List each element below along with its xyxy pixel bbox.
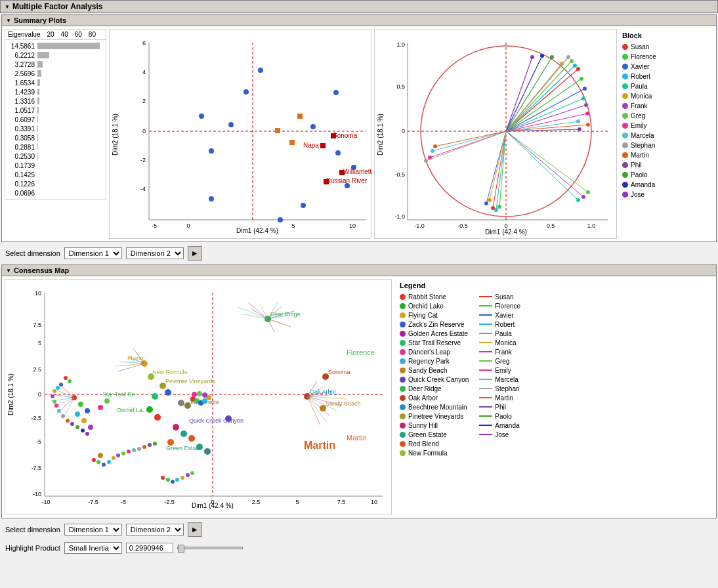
product-dot <box>400 368 406 373</box>
svg-point-157 <box>178 400 184 406</box>
consensus-legend-product: Green Estate <box>400 430 469 439</box>
svg-point-225 <box>70 422 74 426</box>
legend-dot <box>622 83 628 89</box>
consensus-legend-product: Rabbit Stone <box>400 292 469 301</box>
consensus-legend-product: Flying Cat <box>400 310 469 320</box>
svg-text:-10: -10 <box>41 499 50 505</box>
product-dot <box>400 413 406 419</box>
judge-line <box>479 360 492 362</box>
product-dot <box>400 303 406 309</box>
consensus-collapse-icon[interactable]: ▼ <box>6 268 11 274</box>
product-dot <box>400 331 406 337</box>
legend-dot <box>622 152 628 158</box>
product-label: Dancer's Leap <box>408 348 450 356</box>
svg-rect-16 <box>297 114 303 119</box>
svg-text:2.5: 2.5 <box>252 499 261 505</box>
eig-value: 1.6534 <box>8 79 37 87</box>
eigenvalue-rows: 14.58616.22123.27282.56961.65341.42391.3… <box>5 40 106 199</box>
product-dot <box>400 349 406 355</box>
svg-text:0: 0 <box>402 128 405 135</box>
collapse-icon[interactable]: ▼ <box>5 4 10 10</box>
eig-row: 3.2728 <box>8 60 103 69</box>
svg-point-36 <box>199 114 204 119</box>
eig-bar <box>37 89 39 95</box>
eig-bar-container <box>37 52 103 58</box>
product-dot <box>400 441 406 447</box>
svg-point-20 <box>301 203 306 208</box>
judge-line <box>479 333 492 334</box>
highlight-product-select[interactable]: Small Inertia Large Inertia <box>64 542 122 554</box>
judge-line <box>479 397 492 398</box>
eig-tick-40: 40 <box>61 31 68 38</box>
svg-point-247 <box>186 473 190 477</box>
eig-row: 1.6534 <box>8 78 103 87</box>
judge-line <box>479 296 492 297</box>
svg-point-72 <box>570 59 574 63</box>
svg-point-165 <box>188 435 195 442</box>
eig-bar-container <box>37 98 103 104</box>
svg-point-164 <box>180 430 187 437</box>
judge-label: Florence <box>495 303 520 310</box>
legend-item: Robert <box>622 72 656 81</box>
select-dim-label-2: Select dimension <box>5 526 60 534</box>
summary-collapse-icon[interactable]: ▼ <box>6 18 11 24</box>
dim2-select-2[interactable]: Dimension 2 Dimension 1 Dimension 3 <box>126 524 184 536</box>
svg-text:0: 0 <box>186 222 190 229</box>
svg-point-177 <box>104 398 110 404</box>
product-dot <box>400 312 406 318</box>
highlight-slider[interactable] <box>177 547 243 549</box>
svg-text:Quick Creek Canyon: Quick Creek Canyon <box>189 417 243 424</box>
eig-value: 0.3391 <box>8 125 37 133</box>
eig-value: 3.2728 <box>8 61 37 68</box>
svg-point-221 <box>54 404 58 408</box>
consensus-legend-judge: Emily <box>479 366 548 375</box>
svg-point-255 <box>197 391 202 396</box>
svg-text:5: 5 <box>291 222 295 229</box>
consensus-legend-product: Star Trail Reserve <box>400 338 469 347</box>
dim1-select-1[interactable]: Dimension 1 Dimension 2 Dimension 3 <box>64 247 122 259</box>
consensus-legend-judge: Marcela <box>479 375 548 384</box>
summary-plots-title-bar: ▼ Summary Plots <box>2 15 716 26</box>
eig-row: 0.6097 <box>8 115 103 124</box>
svg-point-172 <box>78 402 83 407</box>
svg-rect-17 <box>275 128 280 133</box>
product-dot <box>400 395 406 401</box>
eig-row: 0.0696 <box>8 188 103 198</box>
apply-dim-button-1[interactable]: ► <box>188 246 202 261</box>
consensus-map-svg: Dim1 (42.4 %) Dim2 (18.1 %) 10 7.5 5 2.5… <box>5 280 392 516</box>
legend-dot <box>622 172 628 178</box>
judge-line <box>479 305 492 306</box>
eig-value: 0.0696 <box>8 190 37 197</box>
svg-point-222 <box>57 409 61 413</box>
eig-value: 1.4239 <box>8 89 37 96</box>
eig-bar <box>37 125 38 132</box>
dim1-select-2[interactable]: Dimension 1 Dimension 2 Dimension 3 <box>64 524 122 536</box>
svg-rect-18 <box>289 140 295 145</box>
svg-text:0: 0 <box>38 391 41 398</box>
consensus-legend-judge: Paula <box>479 329 548 338</box>
svg-text:-1.0: -1.0 <box>394 213 405 220</box>
svg-text:7.5: 7.5 <box>33 322 41 328</box>
product-dot <box>400 450 406 456</box>
svg-text:-10: -10 <box>33 491 41 497</box>
product-dot <box>400 294 406 300</box>
svg-point-223 <box>61 414 65 418</box>
main-title-bar: ▼ Multiple Factor Analysis <box>0 0 718 13</box>
highlight-bar: Highlight Product Small Inertia Large In… <box>0 539 718 556</box>
select-dim-label-1: Select dimension <box>5 249 60 257</box>
judge-label: Marcela <box>495 376 518 383</box>
judge-line <box>479 369 492 371</box>
svg-text:-5: -5 <box>121 499 126 505</box>
svg-point-235 <box>121 452 125 455</box>
apply-dim-button-2[interactable]: ► <box>188 522 202 537</box>
eig-bar <box>37 144 38 150</box>
svg-text:Dim1 (42.4 %): Dim1 (42.4 %) <box>485 228 527 236</box>
judge-line <box>479 324 492 325</box>
consensus-legend-product: Deer Ridge <box>400 384 469 393</box>
dim2-select-1[interactable]: Dimension 2 Dimension 1 Dimension 3 <box>126 247 184 259</box>
slider-thumb[interactable] <box>178 545 184 553</box>
svg-point-74 <box>585 112 589 116</box>
summary-plots-title: Summary Plots <box>14 16 66 24</box>
svg-point-220 <box>53 400 56 404</box>
svg-point-216 <box>59 383 63 387</box>
